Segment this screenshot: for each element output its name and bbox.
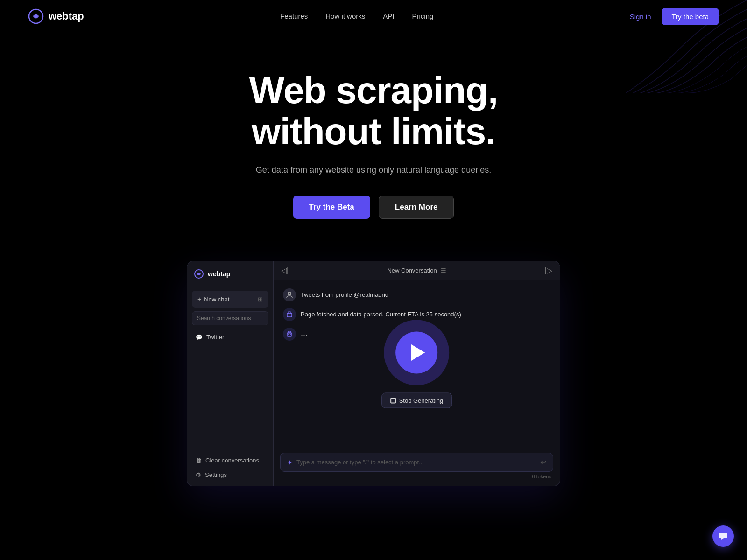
- bot-message-2-content: ...: [301, 328, 308, 338]
- stop-generating-button[interactable]: Stop Generating: [381, 393, 452, 408]
- settings-button[interactable]: ⚙ Settings: [190, 468, 270, 482]
- gear-icon: ⚙: [196, 471, 201, 478]
- hero-section: Web scraping, without limits. Get data f…: [0, 33, 747, 247]
- hero-subheadline: Get data from any website using only nat…: [9, 165, 738, 175]
- play-overlay: Stop Generating: [381, 320, 452, 408]
- demo-window: webtap + New chat ⊞ 💬 Twitter ✎: [187, 261, 560, 486]
- hero-try-beta-button[interactable]: Try the Beta: [293, 196, 370, 219]
- compose-icon: ⊞: [258, 296, 263, 303]
- bot-message-1-content: Page fetched and data parsed. Current ET…: [301, 308, 461, 319]
- new-chat-left: + New chat: [197, 295, 229, 303]
- play-circle-outer: [384, 320, 450, 385]
- svg-rect-10: [288, 331, 291, 333]
- delete-conversation-button[interactable]: 🗑: [255, 333, 265, 342]
- bot-avatar-1: [283, 308, 296, 321]
- logo-icon: [28, 8, 44, 24]
- nav-actions: Sign in Try the beta: [630, 8, 719, 25]
- conversations-list: 💬 Twitter ✎ 🗑: [187, 329, 273, 345]
- nav-links: Features How it works API Pricing: [280, 12, 433, 21]
- clear-conversations-label: Clear conversations: [205, 457, 259, 464]
- stop-generating-label: Stop Generating: [399, 397, 444, 404]
- nav-pricing[interactable]: Pricing: [412, 12, 433, 20]
- sidebar: webtap + New chat ⊞ 💬 Twitter ✎: [187, 261, 274, 486]
- svg-point-4: [288, 292, 291, 295]
- settings-label: Settings: [205, 471, 227, 478]
- message-bot-1: Page fetched and data parsed. Current ET…: [283, 308, 550, 321]
- chat-area: ◁| New Conversation ☰ |▷: [274, 261, 560, 486]
- sparkle-icon: ✦: [287, 459, 293, 466]
- tokens-counter: 0 tokens: [280, 474, 553, 479]
- new-chat-label: New chat: [204, 296, 229, 303]
- chat-messages: Tweets from profile @realmadrid Page fet…: [274, 280, 560, 448]
- svg-point-1: [34, 14, 38, 18]
- nav-how-it-works[interactable]: How it works: [325, 12, 365, 20]
- stop-icon: [390, 398, 396, 403]
- demo-wrapper: webtap + New chat ⊞ 💬 Twitter ✎: [0, 247, 747, 514]
- user-message-content: Tweets from profile @realmadrid: [301, 288, 388, 300]
- chat-header-collapse-left[interactable]: ◁|: [281, 266, 289, 275]
- sidebar-header: webtap: [187, 261, 273, 286]
- logo[interactable]: webtap: [28, 8, 84, 24]
- sidebar-bottom: 🗑 Clear conversations ⚙ Settings: [187, 449, 273, 486]
- collapse-left-icon: ◁|: [281, 266, 289, 275]
- nav-api[interactable]: API: [383, 12, 394, 20]
- chat-input-box: ✦ ↩: [280, 453, 553, 472]
- clear-conversations-button[interactable]: 🗑 Clear conversations: [190, 453, 270, 468]
- play-icon: [411, 344, 425, 361]
- edit-conversation-button[interactable]: ✎: [244, 333, 253, 342]
- send-icon[interactable]: ↩: [540, 458, 546, 467]
- sidebar-spacer: [187, 345, 273, 449]
- svg-point-8: [290, 315, 291, 315]
- chat-input[interactable]: [296, 459, 536, 466]
- svg-rect-6: [288, 312, 291, 314]
- bot-avatar-2: [283, 328, 296, 341]
- chat-header: ◁| New Conversation ☰ |▷: [274, 261, 560, 280]
- svg-point-11: [288, 334, 289, 335]
- nav-try-beta-button[interactable]: Try the beta: [662, 8, 719, 25]
- nav-features[interactable]: Features: [280, 12, 308, 20]
- sidebar-logo-text: webtap: [208, 270, 230, 278]
- logo-text: webtap: [49, 10, 84, 22]
- svg-point-3: [197, 273, 200, 275]
- chat-input-area: ✦ ↩ 0 tokens: [274, 448, 560, 486]
- chat-icon: 💬: [196, 334, 203, 341]
- chat-support-button[interactable]: [712, 525, 734, 547]
- hero-buttons: Try the Beta Learn More: [9, 196, 738, 219]
- svg-point-7: [288, 315, 289, 315]
- signin-link[interactable]: Sign in: [630, 13, 651, 21]
- collapse-right-icon: |▷: [545, 266, 552, 275]
- hero-headline: Web scraping, without limits.: [9, 70, 738, 152]
- play-button[interactable]: [396, 332, 438, 374]
- new-chat-button[interactable]: + New chat ⊞: [192, 291, 268, 308]
- trash-icon: 🗑: [196, 457, 202, 464]
- chat-header-title-area: New Conversation ☰: [387, 267, 446, 274]
- message-user: Tweets from profile @realmadrid: [283, 288, 550, 301]
- svg-point-12: [290, 334, 291, 335]
- conversation-twitter[interactable]: 💬 Twitter ✎ 🗑: [190, 329, 270, 345]
- navbar: webtap Features How it works API Pricing…: [0, 0, 747, 33]
- user-avatar: [283, 288, 296, 301]
- chat-header-collapse-right[interactable]: |▷: [545, 266, 552, 275]
- sidebar-logo-icon: [194, 269, 204, 279]
- menu-icon[interactable]: ☰: [441, 267, 446, 274]
- conversation-twitter-label: Twitter: [206, 334, 224, 341]
- search-conversations-input[interactable]: [192, 311, 268, 325]
- chat-header-title: New Conversation: [387, 267, 437, 274]
- plus-icon: +: [197, 295, 201, 303]
- hero-learn-more-button[interactable]: Learn More: [379, 196, 454, 219]
